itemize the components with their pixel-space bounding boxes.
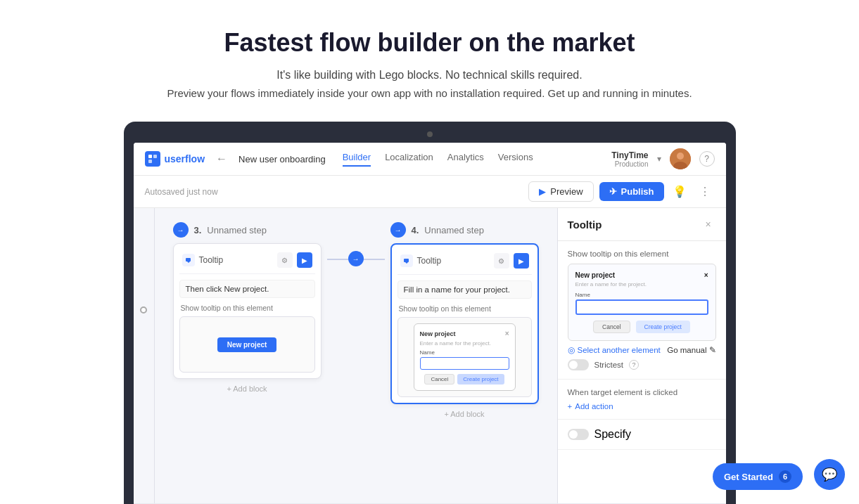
select-element-row: ◎ Select another element Go manual ✎	[568, 341, 716, 359]
preview-button[interactable]: ▶ Preview	[528, 181, 593, 202]
step-3-card[interactable]: Tooltip ⚙ ▶ Then click New project. Show…	[173, 243, 322, 379]
mini-modal-buttons: Cancel Create project	[420, 374, 509, 385]
avatar	[670, 148, 691, 169]
step-4-header: → 4. Unnamed step	[390, 222, 539, 238]
step-3-type-label: Tooltip	[182, 254, 224, 266]
pencil-icon: ✎	[709, 345, 716, 355]
modal-preview-buttons: Cancel Create project	[575, 321, 708, 333]
panel-title: Tooltip	[568, 219, 602, 231]
modal-cancel-btn: Cancel	[593, 321, 630, 333]
svg-rect-1	[153, 155, 157, 158]
mini-modal-subtitle: Enter a name for the project.	[420, 340, 509, 347]
svg-marker-7	[187, 261, 190, 263]
workspace-env: Production	[615, 160, 649, 168]
step-3-block: → 3. Unnamed step Tooltip	[173, 222, 322, 489]
step-4-gear-button[interactable]: ⚙	[494, 253, 509, 269]
send-icon: ✈	[609, 186, 617, 197]
laptop-frame: userflow ← New user onboarding Builder L…	[124, 122, 736, 504]
more-options-button[interactable]: ⋮	[695, 182, 715, 202]
specify-toggle[interactable]	[568, 429, 589, 440]
svg-point-4	[677, 153, 684, 160]
toolbar-row: Autosaved just now ▶ Preview ✈ Publish 💡…	[134, 176, 726, 208]
publish-button[interactable]: ✈ Publish	[599, 182, 664, 201]
mini-create-button: Create project	[457, 374, 504, 385]
add-action-label: Add action	[575, 402, 613, 411]
nav-right: TinyTime Production ▾ ?	[611, 148, 714, 169]
step-3-gear-button[interactable]: ⚙	[277, 252, 293, 268]
env-dropdown-button[interactable]: ▾	[657, 154, 661, 164]
builder-canvas: → 3. Unnamed step Tooltip	[134, 208, 726, 503]
page-description: Preview your flows immediately inside yo…	[167, 87, 692, 99]
workspace-badge: TinyTime Production	[611, 150, 648, 168]
step-4-card-header: Tooltip ⚙ ▶	[397, 250, 532, 275]
laptop-camera	[427, 131, 433, 137]
step-connector-dot	[140, 306, 147, 314]
tooltip-card-icon	[182, 254, 195, 266]
mini-modal-title: New project	[420, 330, 456, 337]
select-another-element-button[interactable]: ◎ Select another element	[568, 345, 661, 355]
step-4-card-actions: ⚙ ▶	[494, 253, 529, 269]
panel-show-tooltip-section: Show tooltip on this element New project…	[558, 241, 726, 380]
publish-label: Publish	[621, 186, 654, 197]
help-icon[interactable]: ?	[699, 151, 715, 167]
strictest-row: Strictest ?	[568, 359, 716, 370]
tab-builder[interactable]: Builder	[343, 152, 371, 167]
page-title: Fastest flow builder on the market	[224, 28, 635, 58]
mini-modal-close-icon: ×	[505, 330, 509, 337]
autosave-status: Autosaved just now	[145, 187, 218, 197]
tab-versions[interactable]: Versions	[498, 152, 533, 167]
step-4-type-text: Tooltip	[417, 256, 442, 266]
specify-toggle-knob	[569, 430, 578, 439]
svg-rect-8	[404, 259, 409, 262]
select-icon: ◎	[568, 345, 575, 355]
step-4-content-text: Fill in a name for your project.	[397, 280, 532, 299]
get-started-count-badge: 6	[779, 470, 791, 483]
add-action-button[interactable]: + Add action	[568, 402, 716, 411]
tab-analytics[interactable]: Analytics	[447, 152, 484, 167]
svg-rect-6	[186, 258, 191, 261]
modal-preview-header: New project ×	[575, 271, 708, 279]
step-3-name: Unnamed step	[207, 225, 267, 235]
mini-modal-name-label: Name	[420, 349, 509, 356]
step-3-tooltip-target-label: Show tooltip on this element	[179, 304, 315, 312]
step-3-add-block[interactable]: + Add block	[173, 379, 322, 399]
toolbar-right: ▶ Preview ✈ Publish 💡 ⋮	[528, 181, 714, 202]
chat-button[interactable]: 💬	[814, 459, 845, 490]
select-element-label: Select another element	[578, 346, 661, 354]
step-3-type-text: Tooltip	[199, 255, 224, 265]
step-3-arrow-icon: →	[173, 222, 189, 238]
step-4-play-button[interactable]: ▶	[514, 253, 529, 269]
strictest-label: Strictest	[594, 361, 624, 369]
step-4-add-block[interactable]: + Add block	[390, 404, 539, 424]
go-manual-button[interactable]: Go manual ✎	[667, 345, 715, 355]
step-3-play-button[interactable]: ▶	[297, 252, 312, 268]
go-manual-label: Go manual	[667, 346, 706, 354]
step-3-number: 3.	[194, 225, 202, 235]
get-started-button[interactable]: Get Started 6	[713, 463, 803, 490]
tab-localization[interactable]: Localization	[385, 152, 433, 167]
lightbulb-button[interactable]: 💡	[670, 182, 689, 202]
element-preview-box: New project × Enter a name for the proje…	[568, 264, 716, 341]
modal-preview-close-icon: ×	[704, 271, 708, 279]
step-4-number: 4.	[412, 225, 419, 235]
step-4-card[interactable]: Tooltip ⚙ ▶ Fill in a name for your proj…	[390, 243, 539, 404]
panel-close-button[interactable]: ×	[701, 217, 716, 232]
strictest-toggle[interactable]	[568, 359, 589, 370]
new-project-button-preview: New project	[217, 337, 277, 352]
play-icon: ▶	[539, 186, 546, 197]
modal-preview-inner: New project × Enter a name for the proje…	[568, 264, 715, 340]
nav-back-button[interactable]: ←	[216, 153, 227, 165]
panel-specify-section: Specify	[558, 420, 726, 450]
chat-icon: 💬	[822, 467, 837, 482]
step-4-type-label: Tooltip	[400, 254, 442, 267]
modal-create-btn: Create project	[636, 321, 690, 333]
mini-modal-input	[420, 357, 509, 370]
step-3-card-actions: ⚙ ▶	[277, 252, 312, 268]
step-4-tooltip-target-preview: New project × Enter a name for the proje…	[397, 317, 532, 397]
step-connector-arrow: →	[348, 251, 364, 266]
when-clicked-label: When target element is clicked	[568, 388, 716, 396]
laptop-screen: userflow ← New user onboarding Builder L…	[134, 143, 726, 504]
app-navbar: userflow ← New user onboarding Builder L…	[134, 143, 726, 176]
strictest-help-icon[interactable]: ?	[629, 360, 639, 370]
userflow-logo: userflow	[145, 151, 205, 167]
